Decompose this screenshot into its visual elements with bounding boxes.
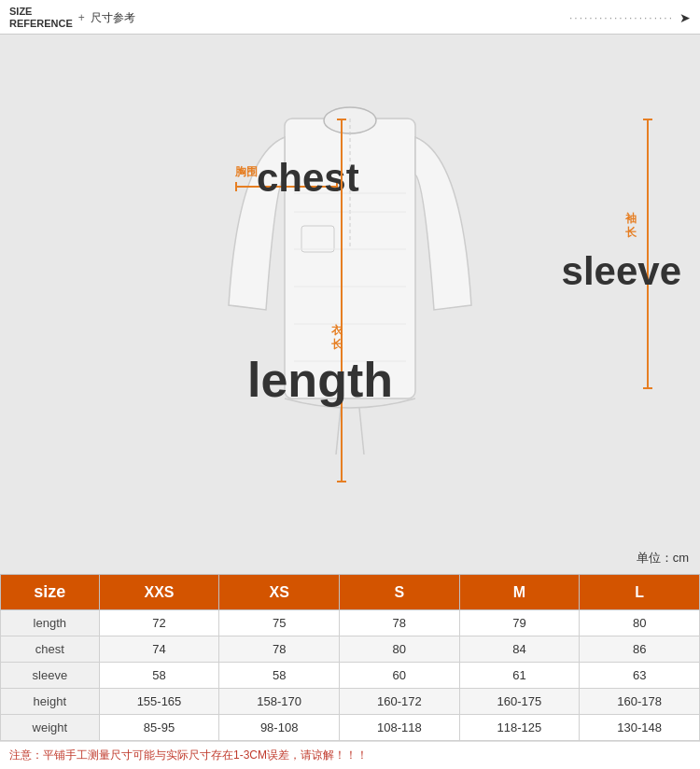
svg-line-5 bbox=[359, 408, 364, 454]
table-cell-value: 80 bbox=[580, 610, 700, 636]
unit-label: 单位：cm bbox=[637, 550, 689, 566]
footer-note: 注意：平铺手工测量尺寸可能与实际尺寸存在1-3CM误差，请谅解！！！ bbox=[0, 741, 700, 769]
header-plus: + bbox=[78, 11, 85, 24]
table-cell-value: 78 bbox=[219, 636, 340, 663]
table-cell-label: sleeve bbox=[1, 663, 100, 689]
table-cell-value: 58 bbox=[219, 663, 340, 689]
table-cell-label: weight bbox=[1, 715, 100, 741]
table-row: length7275787980 bbox=[1, 610, 700, 636]
table-row: sleeve5858606163 bbox=[1, 663, 700, 689]
table-cell-value: 79 bbox=[459, 610, 580, 636]
length-measurement-line bbox=[341, 119, 343, 482]
table-cell-value: 61 bbox=[459, 663, 580, 689]
header-arrow: ➤ bbox=[679, 10, 691, 25]
table-cell-value: 98-108 bbox=[219, 715, 340, 741]
table-cell-value: 84 bbox=[459, 636, 580, 663]
table-cell-value: 130-148 bbox=[580, 715, 700, 741]
table-cell-value: 160-172 bbox=[339, 689, 459, 715]
table-cell-value: 108-118 bbox=[339, 715, 459, 741]
table-header-s: S bbox=[339, 575, 459, 610]
table-header-l: L bbox=[580, 575, 700, 610]
table-header-xxs: XXS bbox=[99, 575, 219, 610]
header-title-en: SIZE REFERENCE bbox=[9, 6, 73, 30]
header: SIZE REFERENCE + 尺寸参考 ··················… bbox=[0, 0, 700, 35]
footer-note-text: 注意：平铺手工测量尺寸可能与实际尺寸存在1-3CM误差，请谅解！！！ bbox=[9, 748, 368, 762]
table-header-m: M bbox=[459, 575, 580, 610]
table-cell-value: 78 bbox=[339, 610, 459, 636]
table-cell-label: chest bbox=[1, 636, 100, 663]
table-header-row: size XXS XS S M L bbox=[1, 575, 700, 610]
header-title-cn: 尺寸参考 bbox=[91, 10, 135, 26]
table-cell-value: 118-125 bbox=[459, 715, 580, 741]
page: SIZE REFERENCE + 尺寸参考 ··················… bbox=[0, 0, 700, 769]
garment-area: 胸围 chest 衣 长 length 袖 长 sleeve 单位：cm bbox=[0, 35, 700, 574]
table-cell-value: 60 bbox=[339, 663, 459, 689]
table-cell-value: 74 bbox=[99, 636, 219, 663]
table-cell-value: 75 bbox=[219, 610, 340, 636]
chest-label-en: chest bbox=[257, 156, 359, 201]
table-cell-label: length bbox=[1, 610, 100, 636]
table-row: chest7478808486 bbox=[1, 636, 700, 663]
chest-label-cn: 胸围 bbox=[235, 165, 258, 178]
table-cell-value: 85-95 bbox=[99, 715, 219, 741]
table-row: weight85-9598-108108-118118-125130-148 bbox=[1, 715, 700, 741]
table-cell-value: 160-175 bbox=[459, 689, 580, 715]
size-table-area: size XXS XS S M L length7275787980chest7… bbox=[0, 574, 700, 741]
table-header-xs: XS bbox=[219, 575, 340, 610]
table-cell-value: 160-178 bbox=[580, 689, 700, 715]
table-row: height155-165158-170160-172160-175160-17… bbox=[1, 689, 700, 715]
length-label-en: length bbox=[247, 352, 393, 408]
table-cell-value: 155-165 bbox=[99, 689, 219, 715]
table-cell-value: 58 bbox=[99, 663, 219, 689]
table-cell-value: 72 bbox=[99, 610, 219, 636]
table-cell-value: 80 bbox=[339, 636, 459, 663]
table-cell-value: 86 bbox=[580, 636, 700, 663]
sleeve-label-en: sleeve bbox=[562, 249, 681, 294]
table-cell-value: 63 bbox=[580, 663, 700, 689]
table-header-size: size bbox=[1, 575, 100, 610]
table-cell-label: height bbox=[1, 689, 100, 715]
table-cell-value: 158-170 bbox=[219, 689, 340, 715]
length-label-cn: 衣 长 bbox=[331, 324, 343, 351]
garment-illustration bbox=[201, 63, 499, 473]
sleeve-label-cn: 袖 长 bbox=[625, 212, 637, 239]
header-dots: ····················· bbox=[569, 11, 674, 24]
size-table: size XXS XS S M L length7275787980chest7… bbox=[0, 574, 700, 741]
